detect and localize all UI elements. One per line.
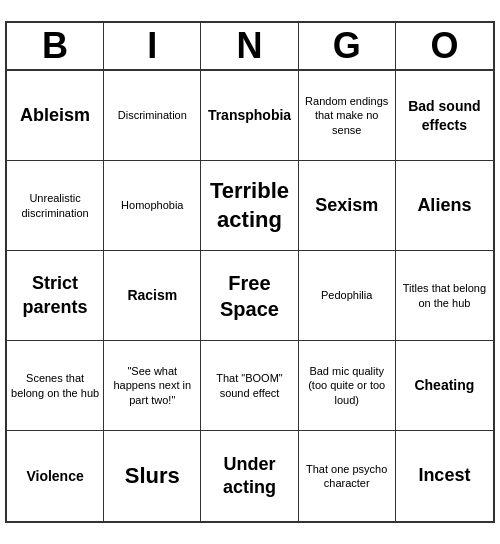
bingo-card: BINGO AbleismDiscriminationTransphobiaRa… [5,21,495,523]
header-letter: I [104,23,201,69]
header-letter: G [299,23,396,69]
bingo-cell: Bad mic quality (too quite or too loud) [299,341,396,431]
bingo-cell: Terrible acting [201,161,298,251]
bingo-cell: Pedophilia [299,251,396,341]
bingo-cell: Violence [7,431,104,521]
bingo-cell: Slurs [104,431,201,521]
bingo-cell: Strict parents [7,251,104,341]
bingo-cell: Racism [104,251,201,341]
bingo-cell: Free Space [201,251,298,341]
bingo-cell: That one psycho character [299,431,396,521]
bingo-cell: That "BOOM" sound effect [201,341,298,431]
bingo-cell: Random endings that make no sense [299,71,396,161]
bingo-cell: Titles that belong on the hub [396,251,493,341]
bingo-cell: Homophobia [104,161,201,251]
bingo-cell: Bad sound effects [396,71,493,161]
bingo-cell: Aliens [396,161,493,251]
bingo-grid: AbleismDiscriminationTransphobiaRandom e… [7,71,493,521]
header-letter: B [7,23,104,69]
bingo-cell: Under acting [201,431,298,521]
bingo-cell: Ableism [7,71,104,161]
bingo-cell: "See what happens next in part two!" [104,341,201,431]
header-letter: O [396,23,493,69]
bingo-cell: Transphobia [201,71,298,161]
bingo-cell: Sexism [299,161,396,251]
bingo-cell: Scenes that belong on the hub [7,341,104,431]
bingo-cell: Incest [396,431,493,521]
bingo-header: BINGO [7,23,493,71]
bingo-cell: Unrealistic discrimination [7,161,104,251]
bingo-cell: Discrimination [104,71,201,161]
bingo-cell: Cheating [396,341,493,431]
header-letter: N [201,23,298,69]
